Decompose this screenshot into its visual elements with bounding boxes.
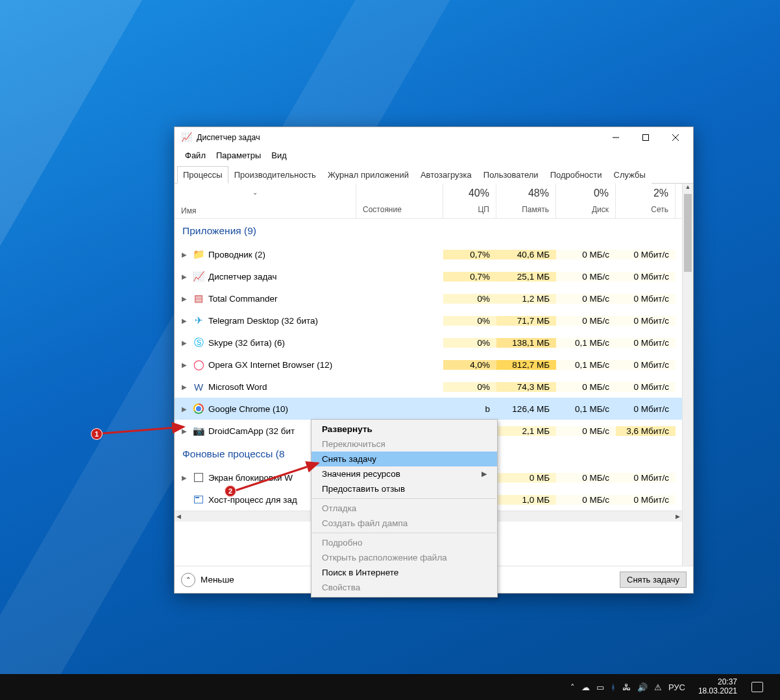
table-row[interactable]: ▶▤Total Commander 0%1,2 МБ0 МБ/с0 Мбит/с [175,287,682,309]
minimize-button[interactable] [601,127,631,148]
table-row[interactable]: ▶WMicrosoft Word 0%74,3 МБ0 МБ/с0 Мбит/с [175,376,682,398]
ctx-details: Подробно [311,535,497,550]
ctx-openloc-label: Открыть расположение файла [322,553,447,562]
tab-apphistory[interactable]: Журнал приложений [322,166,415,184]
fewer-details-button[interactable]: ⌃ [181,573,195,587]
proc-name: Telegram Desktop (32 бита) [208,316,318,326]
proc-mem: 126,4 МБ [496,404,556,414]
ctx-debug: Отладка [311,501,497,516]
maximize-button[interactable] [631,127,661,148]
bluetooth-icon[interactable]: ᚼ [611,682,616,692]
proc-net: 0 Мбит/с [616,360,676,370]
proc-net: 0 Мбит/с [616,272,676,282]
ctx-details-label: Подробно [322,538,363,548]
scroll-up-icon[interactable]: ▲ [683,184,693,194]
expand-icon[interactable]: ▶ [180,317,189,324]
ctx-res-label: Значения ресурсов [322,469,400,479]
proc-disk: 0 МБ/с [556,316,616,326]
col-name[interactable]: ⌄ Имя [175,184,356,218]
table-row-selected[interactable]: ▶Google Chrome (10) b126,4 МБ0,1 МБ/с0 М… [175,398,682,420]
ctx-end-task[interactable]: Снять задачу [311,452,497,466]
group-apps-header[interactable]: Приложения (9) [175,219,682,243]
ctx-debug-label: Отладка [322,503,356,513]
tab-details[interactable]: Подробности [544,166,608,184]
proc-mem: 2,1 МБ [496,426,556,436]
proc-disk: 0 МБ/с [556,473,616,483]
end-task-button[interactable]: Снять задачу [620,572,687,588]
show-desktop-button[interactable] [767,674,780,700]
menu-view[interactable]: Вид [267,149,291,162]
table-row[interactable]: ▶✈Telegram Desktop (32 бита) 0%71,7 МБ0 … [175,309,682,332]
col-cpu[interactable]: 40%ЦП [443,184,496,218]
proc-disk: 0 МБ/с [556,382,616,392]
taskbar[interactable]: ˄ ☁ ▭ ᚼ 🖧 🔊 ⚠ РУС 20:37 18.03.2021 [0,674,767,700]
proc-mem: 25,1 МБ [496,272,556,282]
col-disk[interactable]: 0%Диск [556,184,616,218]
table-row[interactable]: ▶📁Проводник (2) 0,7%40,6 МБ0 МБ/с0 Мбит/… [175,243,682,265]
ctx-resource-values[interactable]: Значения ресурсов▶ [311,466,497,481]
ctx-expand-label: Развернуть [322,424,372,434]
proc-net: 0 Мбит/с [616,316,676,326]
col-mem[interactable]: 48%Память [496,184,556,218]
tab-performance[interactable]: Производительность [228,166,322,184]
scroll-thumb[interactable] [684,194,692,272]
col-net-pct: 2% [616,187,668,199]
proc-net: 0 Мбит/с [616,338,676,348]
col-state-label: Состояние [363,205,402,214]
ctx-feedback[interactable]: Предоставить отзыв [311,481,497,496]
ctx-dump-label: Создать файл дампа [322,518,408,528]
tabs: Процессы Производительность Журнал прило… [175,165,693,184]
proc-disk: 0 МБ/с [556,495,616,505]
col-net[interactable]: 2%Сеть [616,184,676,218]
vertical-scrollbar[interactable]: ▲ [682,184,693,566]
window-controls [601,127,690,148]
proc-cpu: b [443,404,496,414]
proc-mem: 1,2 МБ [496,294,556,304]
fewer-details-label: Меньше [201,575,234,585]
word-icon: W [193,381,204,392]
expand-icon[interactable]: ▶ [180,361,189,368]
tab-processes[interactable]: Процессы [177,166,228,184]
proc-mem: 812,7 МБ [496,360,556,370]
ctx-search-online[interactable]: Поиск в Интернете [311,565,497,580]
clock[interactable]: 20:37 18.03.2021 [698,678,737,696]
volume-icon[interactable]: 🔊 [637,682,648,692]
table-row[interactable]: ▶◯Opera GX Internet Browser (12) 4,0%812… [175,354,682,376]
sort-chevron-icon: ⌄ [252,189,258,196]
proc-name: Opera GX Internet Browser (12) [208,360,332,370]
expand-icon[interactable]: ▶ [180,273,189,280]
battery-icon[interactable]: ▭ [596,682,604,692]
action-center-icon[interactable] [751,682,763,692]
expand-icon[interactable]: ▶ [180,383,189,391]
table-row[interactable]: ▶📈Диспетчер задач 0,7%25,1 МБ0 МБ/с0 Мби… [175,265,682,287]
expand-icon[interactable]: ▶ [180,474,189,481]
proc-cpu: 0% [443,382,496,392]
onedrive-icon[interactable]: ☁ [581,682,590,692]
table-row[interactable]: ▶ⓈSkype (32 бита) (6) 0%138,1 МБ0,1 МБ/с… [175,332,682,354]
tab-users[interactable]: Пользователи [478,166,544,184]
proc-cpu: 0% [443,338,496,348]
tray-chevron-icon[interactable]: ˄ [570,682,575,692]
ctx-expand[interactable]: Развернуть [311,422,497,437]
close-button[interactable] [661,127,690,148]
ctx-feedback-label: Предоставить отзыв [322,484,405,494]
expand-icon[interactable]: ▶ [180,251,189,258]
ctx-properties: Свойства [311,580,497,595]
window-title: Диспетчер задач [197,133,601,142]
expand-icon[interactable]: ▶ [180,405,189,413]
security-icon[interactable]: ⚠ [654,682,662,692]
proc-cpu: 4,0% [443,360,496,370]
col-state[interactable]: Состояние [356,184,443,218]
tab-startup[interactable]: Автозагрузка [415,166,478,184]
proc-name: Google Chrome (10) [208,404,288,414]
menu-file[interactable]: Файл [181,149,210,162]
language-indicator[interactable]: РУС [668,682,685,692]
network-icon[interactable]: 🖧 [622,682,631,692]
titlebar[interactable]: 📈 Диспетчер задач [175,127,693,148]
menu-params[interactable]: Параметры [212,149,265,162]
expand-icon[interactable]: ▶ [180,295,189,302]
tab-services[interactable]: Службы [608,166,652,184]
expand-icon[interactable]: ▶ [180,339,189,346]
ctx-separator [312,533,496,533]
col-disk-label: Диск [556,205,609,214]
